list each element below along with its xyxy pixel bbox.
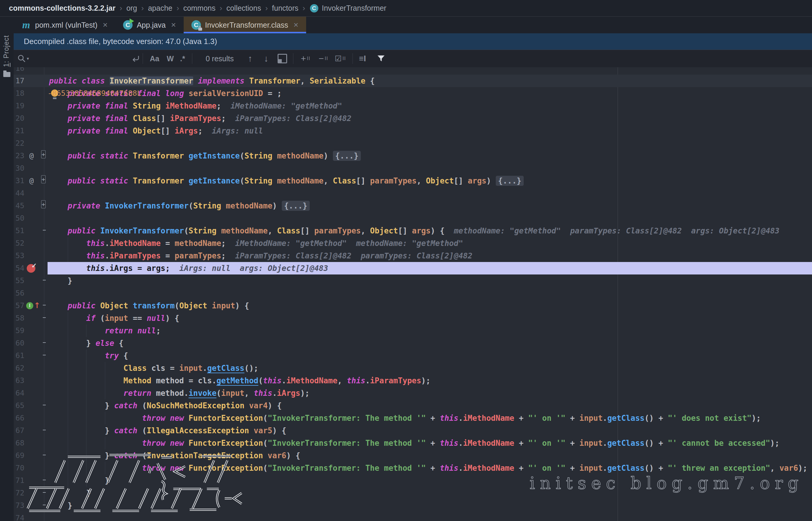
token: ( xyxy=(137,426,146,435)
breadcrumb-separator: › xyxy=(220,4,222,13)
close-icon[interactable]: × xyxy=(171,21,176,29)
code-line[interactable]: 60} else { xyxy=(14,337,812,349)
code-line[interactable]: 62Class cls = input.getClass(); xyxy=(14,362,812,375)
newline-icon[interactable] xyxy=(132,50,140,67)
code-line[interactable]: 61try { xyxy=(14,349,812,362)
token: + xyxy=(426,439,440,448)
fold-marker[interactable] xyxy=(41,352,48,360)
divider xyxy=(353,53,353,64)
code-line[interactable]: 45+private InvokerTransformer(String met… xyxy=(14,200,812,212)
fold-marker[interactable] xyxy=(41,427,48,434)
code-line[interactable]: 54✓this.iArgs = args; iArgs: null args: … xyxy=(14,262,812,274)
breadcrumb-item[interactable]: commons xyxy=(183,4,215,13)
token: private xyxy=(68,201,100,210)
tab-invokertransformer-class[interactable]: CInvokerTransformer.class× xyxy=(184,17,306,33)
search-options-icon[interactable]: ≡I xyxy=(359,50,366,67)
code-line[interactable]: 55} xyxy=(14,274,812,287)
breadcrumb-item[interactable]: functors xyxy=(272,4,298,13)
token: [] xyxy=(398,226,412,235)
code-line[interactable]: 22 xyxy=(14,137,812,150)
search-icon[interactable]: ▾ xyxy=(17,50,29,67)
regex-toggle[interactable]: .* xyxy=(180,50,185,67)
code-line[interactable]: 57I↑public Object transform(Object input… xyxy=(14,299,812,312)
breadcrumb-item[interactable]: InvokerTransformer xyxy=(322,4,386,13)
fold-marker[interactable]: + xyxy=(41,177,48,185)
code-line[interactable]: 44 xyxy=(14,187,812,200)
code-line[interactable]: 67} catch (IllegalAccessException var5) … xyxy=(14,424,812,437)
token: "' does not exist" xyxy=(668,414,752,423)
close-icon[interactable]: × xyxy=(103,21,108,29)
code-line[interactable]: 18private static final long serialVersio… xyxy=(14,87,812,99)
fold-marker[interactable] xyxy=(41,402,48,409)
match-case-toggle[interactable]: Aa xyxy=(150,50,159,67)
code-line[interactable]: 30 xyxy=(14,162,812,175)
tool-window-stripe: 1: Project xyxy=(0,17,14,521)
next-occurrence-button[interactable]: ↓ xyxy=(264,50,268,67)
breadcrumb-item[interactable]: commons-collections-3.2.2.jar xyxy=(9,4,115,13)
fold-marker[interactable]: + xyxy=(41,152,48,160)
code-line[interactable]: 16 xyxy=(14,67,812,75)
breakpoint-icon[interactable]: ✓ xyxy=(26,262,38,274)
fold-marker[interactable] xyxy=(41,314,48,322)
code-line[interactable]: 19private final String iMethodName; iMet… xyxy=(14,99,812,112)
token: paramTypes xyxy=(370,176,417,185)
breadcrumb-item[interactable]: apache xyxy=(148,4,172,13)
filter-icon[interactable] xyxy=(377,50,385,67)
code-line[interactable]: 23@+public static Transformer getInstanc… xyxy=(14,150,812,162)
fold-marker[interactable] xyxy=(41,339,48,347)
open-in-find-window-button[interactable] xyxy=(278,50,287,67)
tab-app-java[interactable]: CApp.java× xyxy=(115,17,184,33)
remove-selection-button[interactable]: −II xyxy=(319,50,328,67)
code-line[interactable]: 66throw new FunctorException("InvokerTra… xyxy=(14,412,812,424)
fold-marker[interactable] xyxy=(41,302,48,310)
fold-marker[interactable]: + xyxy=(41,202,48,210)
words-toggle[interactable]: W xyxy=(167,50,174,67)
token: iArgs xyxy=(277,389,300,398)
breadcrumb-item[interactable]: collections xyxy=(226,4,261,13)
token: String xyxy=(189,226,217,235)
divider xyxy=(192,53,192,64)
fold-marker[interactable] xyxy=(41,227,48,235)
code-text: Class cls = input.getClass(); xyxy=(48,362,812,375)
token: transform xyxy=(133,301,175,310)
add-selection-button[interactable]: +II xyxy=(301,50,310,67)
code-line[interactable]: 64return method.invoke(input, this.iArgs… xyxy=(14,387,812,399)
token xyxy=(184,89,189,98)
token xyxy=(161,101,166,110)
tab-pom-xml-vulntest-[interactable]: mpom.xml (vulnTest)× xyxy=(14,17,115,33)
inline-debugger-hint: iParamTypes: Class[2]@482 xyxy=(226,114,352,123)
folder-icon[interactable] xyxy=(3,72,10,77)
token: == xyxy=(128,314,147,323)
token: . xyxy=(105,239,110,248)
code-line[interactable]: 56 xyxy=(14,287,812,299)
project-tool-window-button[interactable]: 1: Project xyxy=(2,35,10,67)
close-icon[interactable]: × xyxy=(294,21,298,29)
code-line[interactable]: 65} catch (NoSuchMethodException var4) { xyxy=(14,399,812,412)
code-line[interactable]: 52this.iMethodName = methodName; iMethod… xyxy=(14,237,812,249)
token: . xyxy=(272,389,277,398)
token: , xyxy=(324,176,333,185)
code-line[interactable]: 58if (input == null) { xyxy=(14,312,812,324)
code-line[interactable]: 53this.iParamTypes = paramTypes; iParamT… xyxy=(14,249,812,262)
previous-occurrence-button[interactable]: ↑ xyxy=(248,50,252,67)
inline-debugger-hint: iMethodName: "getMethod" methodName: "ge… xyxy=(226,239,463,248)
class-run-icon: C xyxy=(123,20,133,30)
code-line[interactable]: 50 xyxy=(14,212,812,225)
token: ) { xyxy=(165,314,179,323)
code-line[interactable]: 51public InvokerTransformer(String metho… xyxy=(14,225,812,237)
select-all-occurrences-button[interactable]: ☑II xyxy=(335,50,346,67)
token: throw new xyxy=(142,414,184,423)
code-line[interactable]: 17public class InvokerTransformer implem… xyxy=(14,75,812,87)
token: public static xyxy=(68,151,128,160)
code-line[interactable]: 21private final Object[] iArgs; iArgs: n… xyxy=(14,124,812,137)
code-line[interactable]: 59return null; xyxy=(14,324,812,337)
code-line[interactable]: 31@+public static Transformer getInstanc… xyxy=(14,175,812,187)
line-number: 23 xyxy=(14,150,24,162)
search-input[interactable] xyxy=(43,50,129,67)
code-line[interactable]: 63Method method = cls.getMethod(this.iMe… xyxy=(14,375,812,387)
fold-marker[interactable] xyxy=(41,277,48,285)
breadcrumb-item[interactable]: org xyxy=(126,4,137,13)
code-line[interactable]: 20private final Class[] iParamTypes; iPa… xyxy=(14,112,812,124)
code-line[interactable]: 68throw new FunctorException("InvokerTra… xyxy=(14,437,812,449)
token xyxy=(184,176,189,185)
